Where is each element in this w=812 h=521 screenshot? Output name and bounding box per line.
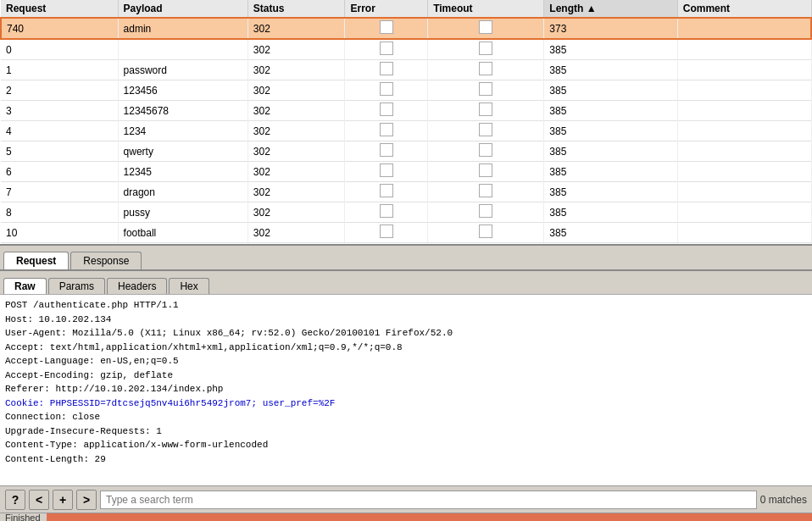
- checkbox[interactable]: [380, 20, 393, 34]
- tab-response[interactable]: Response: [70, 252, 142, 269]
- checkbox[interactable]: [380, 204, 393, 218]
- checkbox[interactable]: [380, 82, 393, 96]
- cell-comment: [677, 39, 811, 60]
- cell-payload: baseball: [118, 243, 247, 245]
- cell-payload: dragon: [118, 182, 247, 202]
- help-button[interactable]: ?: [5, 490, 25, 510]
- footer-bar: ? < + > 0 matches: [0, 485, 812, 513]
- cell-payload: admin: [118, 18, 247, 39]
- checkbox[interactable]: [380, 184, 393, 197]
- main-layout: Request Payload Status Error Timeout Len…: [0, 0, 812, 521]
- table-row[interactable]: 1password302385: [1, 60, 811, 80]
- cell-payload: 12345: [118, 162, 247, 182]
- checkbox[interactable]: [380, 143, 393, 157]
- cell-request: 8: [1, 202, 118, 223]
- checkbox[interactable]: [380, 42, 393, 55]
- request-line: Accept: text/html,application/xhtml+xml,…: [5, 341, 807, 355]
- table-row[interactable]: 8pussy302385: [1, 202, 811, 223]
- table-row[interactable]: 0302385: [1, 39, 811, 60]
- table-row[interactable]: 7dragon302385: [1, 182, 811, 202]
- subtab-params[interactable]: Params: [48, 278, 105, 294]
- cell-length: 385: [544, 182, 677, 202]
- request-line: Cookie: PHPSESSID=7dtcsejq5nv4ui6hr5492j…: [5, 396, 807, 411]
- add-button[interactable]: +: [53, 490, 73, 510]
- table-row[interactable]: 41234302385: [1, 121, 811, 141]
- checkbox[interactable]: [479, 204, 492, 218]
- cell-request: 6: [1, 162, 118, 182]
- checkbox[interactable]: [380, 103, 393, 116]
- checkbox[interactable]: [479, 184, 492, 197]
- cell-length: 373: [544, 18, 677, 39]
- table-row[interactable]: 740admin302373: [1, 18, 811, 39]
- cell-comment: [677, 18, 811, 39]
- cell-request: 2: [1, 80, 118, 101]
- cell-request: 3: [1, 101, 118, 121]
- checkbox[interactable]: [479, 20, 492, 34]
- checkbox[interactable]: [479, 164, 492, 177]
- col-length[interactable]: Length ▲: [544, 0, 677, 18]
- table-row[interactable]: 10football302385: [1, 223, 811, 243]
- cell-comment: [677, 223, 811, 243]
- next-button[interactable]: >: [76, 490, 97, 510]
- cell-payload: 12345678: [118, 101, 247, 121]
- checkbox[interactable]: [479, 224, 492, 238]
- table-row[interactable]: 9baseball302385: [1, 243, 811, 245]
- cell-status: 302: [247, 18, 345, 39]
- subtab-headers[interactable]: Headers: [107, 278, 167, 294]
- cell-request: 7: [1, 182, 118, 202]
- col-status[interactable]: Status: [247, 0, 345, 18]
- cell-status: 302: [247, 39, 345, 60]
- sub-tabs: Raw Params Headers Hex: [0, 271, 812, 295]
- request-line: User-Agent: Mozilla/5.0 (X11; Linux x86_…: [5, 326, 807, 341]
- request-table: Request Payload Status Error Timeout Len…: [0, 0, 812, 244]
- col-error[interactable]: Error: [345, 0, 428, 18]
- subtab-raw[interactable]: Raw: [3, 278, 47, 294]
- cell-comment: [677, 202, 811, 223]
- col-timeout[interactable]: Timeout: [428, 0, 544, 18]
- cell-payload: 123456: [118, 80, 247, 101]
- request-content-panel[interactable]: POST /authenticate.php HTTP/1.1Host: 10.…: [0, 295, 812, 485]
- search-input[interactable]: [100, 491, 757, 509]
- cell-request: 740: [1, 18, 118, 39]
- cell-request: 5: [1, 141, 118, 162]
- request-line: Content-Type: application/x-www-form-url…: [5, 438, 807, 452]
- top-panel: Request Payload Status Error Timeout Len…: [0, 0, 812, 246]
- col-request[interactable]: Request: [1, 0, 118, 18]
- table-row[interactable]: 312345678302385: [1, 101, 811, 121]
- cell-length: 385: [544, 39, 677, 60]
- request-line: Accept-Encoding: gzip, deflate: [5, 369, 807, 383]
- checkbox[interactable]: [380, 123, 393, 136]
- table-row[interactable]: 2123456302385: [1, 80, 811, 101]
- checkbox[interactable]: [380, 164, 393, 177]
- cell-payload: [118, 39, 247, 60]
- checkbox[interactable]: [479, 82, 492, 96]
- cell-length: 385: [544, 121, 677, 141]
- table-header-row: Request Payload Status Error Timeout Len…: [1, 0, 811, 18]
- request-line: Referer: http://10.10.202.134/index.php: [5, 382, 807, 396]
- table-row[interactable]: 5qwerty302385: [1, 141, 811, 162]
- checkbox[interactable]: [380, 62, 393, 75]
- col-comment[interactable]: Comment: [677, 0, 811, 18]
- checkbox[interactable]: [479, 143, 492, 157]
- checkbox[interactable]: [479, 103, 492, 116]
- cell-status: 302: [247, 202, 345, 223]
- cell-payload: qwerty: [118, 141, 247, 162]
- prev-button[interactable]: <: [29, 490, 49, 510]
- tab-request[interactable]: Request: [3, 252, 69, 269]
- cell-length: 385: [544, 80, 677, 101]
- checkbox[interactable]: [479, 123, 492, 136]
- table-wrapper[interactable]: Request Payload Status Error Timeout Len…: [0, 0, 812, 244]
- checkbox[interactable]: [479, 42, 492, 55]
- checkbox[interactable]: [380, 224, 393, 238]
- cell-request: 9: [1, 243, 118, 245]
- col-payload[interactable]: Payload: [118, 0, 247, 18]
- cell-status: 302: [247, 80, 345, 101]
- request-line: Accept-Language: en-US,en;q=0.5: [5, 354, 807, 369]
- table-row[interactable]: 612345302385: [1, 162, 811, 182]
- request-line: Content-Length: 29: [5, 452, 807, 467]
- subtab-hex[interactable]: Hex: [169, 278, 209, 294]
- cell-request: 0: [1, 39, 118, 60]
- request-line: Upgrade-Insecure-Requests: 1: [5, 424, 807, 439]
- cell-status: 302: [247, 101, 345, 121]
- checkbox[interactable]: [479, 62, 492, 75]
